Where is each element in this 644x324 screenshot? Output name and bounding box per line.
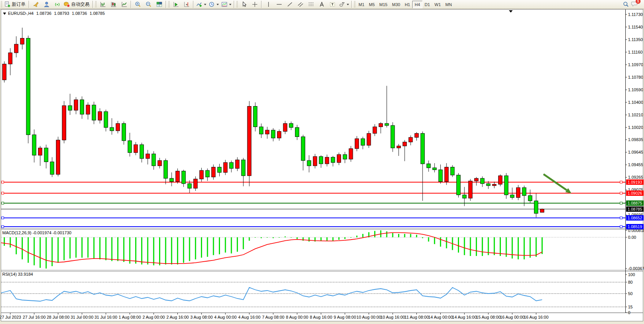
auto-trading-icon [64, 1, 70, 8]
bar-chart-button[interactable] [97, 0, 108, 9]
new-order-button[interactable]: 新订单 [3, 0, 27, 9]
svg-text:2 Aug 00:00: 2 Aug 00:00 [142, 315, 165, 319]
chart-canvas[interactable]: 1.117301.115401.113501.111601.109701.107… [0, 0, 644, 324]
svg-text:1.08875: 1.08875 [628, 201, 642, 205]
svg-text:1.10590: 1.10590 [628, 87, 643, 92]
crosshair-tool-button[interactable] [249, 0, 260, 9]
symbol-timeframe-label: EURUSD-,H4 [8, 11, 33, 16]
fibonacci-icon [308, 1, 314, 8]
svg-text:31 Jul 00:00: 31 Jul 00:00 [70, 315, 93, 319]
cursor-icon [241, 1, 247, 8]
svg-text:14 Aug 00:00: 14 Aug 00:00 [428, 315, 453, 319]
timeframe-button-m5[interactable]: M5 [367, 1, 377, 8]
horizontal-line-icon [276, 1, 282, 8]
toolbar-separator [261, 1, 262, 8]
timeframe-button-h4[interactable]: H4 [412, 1, 422, 8]
indicators-button[interactable] [195, 0, 207, 9]
tile-windows-button[interactable] [154, 0, 164, 9]
auto-scroll-button[interactable] [171, 0, 181, 9]
timeframe-button-w1[interactable]: W1 [432, 1, 443, 8]
shapes-icon [339, 1, 345, 8]
svg-text:27 Jul 16:00: 27 Jul 16:00 [23, 315, 46, 319]
svg-text:1.11350: 1.11350 [628, 37, 643, 42]
auto-trading-label: 自动交易 [71, 1, 90, 8]
text-tool-button[interactable] [316, 0, 327, 9]
svg-text:1.11160: 1.11160 [628, 50, 642, 54]
timeframe-button-m1[interactable]: M1 [356, 1, 367, 8]
svg-text:1.09265: 1.09265 [628, 175, 643, 179]
svg-text:14 Aug 16:00: 14 Aug 16:00 [452, 315, 477, 319]
svg-text:50: 50 [628, 291, 633, 296]
zoom-in-icon [135, 1, 141, 8]
horizontal-line-tool-button[interactable] [274, 0, 284, 9]
chart-shift-button[interactable] [181, 0, 192, 9]
timeframe-button-d1[interactable]: D1 [422, 1, 432, 8]
toolbar-separator [166, 1, 166, 8]
timeframe-button-m30[interactable]: M30 [390, 1, 402, 8]
zoom-out-button[interactable] [143, 0, 154, 9]
quote-low: 1.08736 [72, 11, 87, 16]
svg-text:27 Jul 2023: 27 Jul 2023 [0, 315, 21, 319]
alerts-button[interactable] [30, 0, 41, 9]
timeframe-button-h1[interactable]: H1 [402, 1, 412, 8]
toolbar-separator [351, 1, 352, 8]
trendline-tool-button[interactable] [284, 0, 295, 9]
signals-button[interactable] [52, 0, 62, 9]
cursor-tool-button[interactable] [239, 0, 249, 9]
svg-text:4 Aug 16:00: 4 Aug 16:00 [238, 315, 261, 319]
svg-text:15: 15 [628, 305, 633, 309]
text-label-tool-button[interactable] [327, 0, 338, 9]
svg-text:1.10400: 1.10400 [628, 100, 643, 105]
quote-open: 1.08736 [36, 11, 51, 16]
svg-text:0.00: 0.00 [628, 235, 636, 240]
toolbar-separator [234, 1, 234, 8]
templates-button[interactable] [220, 0, 233, 9]
svg-text:1.08519: 1.08519 [628, 224, 642, 229]
search-button[interactable] [620, 0, 631, 9]
dropdown-arrow-icon [229, 4, 231, 5]
candlestick-chart-icon [110, 1, 117, 8]
svg-text:1.10970: 1.10970 [628, 62, 643, 67]
zoom-in-button[interactable] [132, 0, 143, 9]
fibonacci-tool-button[interactable] [306, 0, 316, 9]
vertical-line-tool-button[interactable] [263, 0, 274, 9]
toolbar-grip [354, 1, 355, 8]
svg-text:1 Aug 08:00: 1 Aug 08:00 [119, 315, 141, 319]
line-chart-button[interactable] [119, 0, 129, 9]
tile-windows-icon [156, 1, 163, 8]
text-label-icon [329, 1, 336, 8]
timeframe-bar: M1M5M15M30H1H4D1W1MN [356, 1, 454, 8]
profiles-button[interactable] [41, 0, 52, 9]
horn-icon [33, 1, 39, 8]
svg-text:1.09026: 1.09026 [628, 191, 642, 195]
channel-tool-button[interactable] [295, 0, 306, 9]
svg-text:8 Aug 16:00: 8 Aug 16:00 [310, 315, 332, 319]
timeframe-button-mn[interactable]: MN [443, 1, 454, 8]
toolbar-grip [168, 1, 170, 8]
svg-text:1.09193: 1.09193 [628, 180, 642, 184]
chart-shift-icon [183, 1, 190, 8]
new-order-label: 新订单 [12, 1, 26, 8]
trendline-icon [287, 1, 293, 8]
candlestick-chart-button[interactable] [108, 0, 119, 9]
new-order-icon [4, 1, 11, 8]
shapes-tool-button[interactable] [338, 0, 350, 9]
notifications-button[interactable]: 1 [631, 0, 639, 9]
svg-text:1.11730: 1.11730 [628, 12, 643, 17]
template-icon [221, 1, 228, 8]
timeframe-button-m15[interactable]: M15 [377, 1, 390, 8]
notification-badge: 1 [636, 0, 641, 4]
chart-expand-icon[interactable] [3, 13, 6, 15]
zoom-out-icon [145, 1, 152, 8]
main-toolbar: 新订单 自动交易 [0, 0, 644, 9]
signal-icon [54, 1, 61, 8]
auto-trading-button[interactable]: 自动交易 [62, 0, 91, 9]
svg-text:3 Aug 08:00: 3 Aug 08:00 [190, 315, 213, 319]
crosshair-icon [252, 1, 258, 8]
periods-button[interactable] [207, 0, 220, 9]
svg-text:1.10020: 1.10020 [628, 125, 643, 130]
svg-text:7 Aug 08:00: 7 Aug 08:00 [262, 315, 284, 319]
person-icon [43, 1, 50, 8]
svg-text:28 Jul 08:00: 28 Jul 08:00 [47, 315, 70, 319]
svg-text:2 Aug 16:00: 2 Aug 16:00 [166, 315, 189, 319]
